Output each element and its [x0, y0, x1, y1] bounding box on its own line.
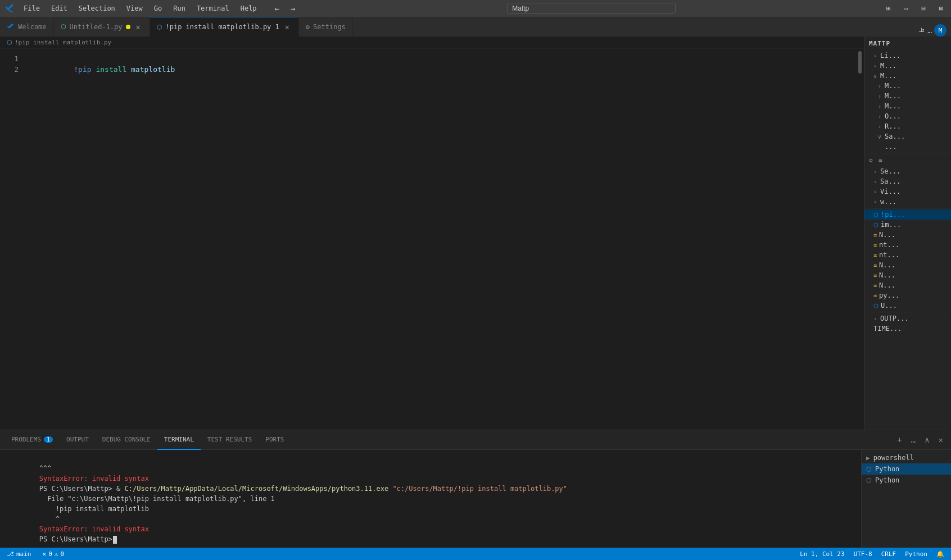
outline-m4[interactable]: › M...: [864, 91, 951, 101]
tab-ports[interactable]: PORTS: [259, 430, 291, 450]
outline-im[interactable]: ⬡ im...: [864, 220, 951, 230]
terminal-content[interactable]: ^^^ SyntaxError: invalid syntax PS C:\Us…: [0, 450, 861, 548]
status-errors[interactable]: ✕ 0 ⚠ 0: [40, 550, 67, 558]
list-icon2: ≡: [873, 232, 877, 238]
code-content[interactable]: !pip install matplotlib: [25, 49, 856, 430]
outline-sa-expanded[interactable]: ∨ Sa...: [864, 131, 951, 142]
list-icon6: ≡: [873, 272, 877, 279]
outline-m4-label: M...: [885, 92, 901, 100]
code-editor[interactable]: 1 2 !pip install matplotlib: [0, 49, 864, 430]
tab-close-button[interactable]: ✕: [134, 22, 143, 31]
tab-pip[interactable]: ⬡ !pip install matplotlib.py 1 ✕: [150, 17, 299, 37]
session-python1[interactable]: ⬡ Python: [862, 463, 951, 475]
outline-se[interactable]: › Se...: [864, 166, 951, 176]
outline-m5[interactable]: › M...: [864, 101, 951, 111]
chevron-right-icon8: ›: [873, 169, 877, 175]
menu-file[interactable]: File: [19, 3, 44, 13]
tab-welcome[interactable]: Welcome: [0, 17, 54, 37]
list-icon7: ≡: [873, 283, 877, 289]
status-line-ending[interactable]: CRLF: [879, 550, 899, 558]
tab-problems[interactable]: PROBLEMS 1: [4, 430, 60, 450]
scrollbar-thumb: [858, 51, 862, 74]
terminal-line-error2: SyntaxError: invalid syntax: [7, 514, 854, 524]
avatar-icon[interactable]: M: [934, 24, 947, 37]
tab-pip-close-button[interactable]: ✕: [283, 22, 292, 31]
outline-outp[interactable]: › OUTP...: [864, 313, 951, 324]
outline-n1[interactable]: ≡ N...: [864, 230, 951, 240]
panel-more-button[interactable]: …: [908, 434, 919, 445]
error-text-1: SyntaxError: invalid syntax: [39, 475, 149, 482]
outline-py[interactable]: ≡ py...: [864, 290, 951, 301]
titlebar: File Edit Selection View Go Run Terminal…: [0, 0, 951, 17]
tab-output[interactable]: OUTPUT: [60, 430, 96, 450]
session-python2-label: Python: [875, 476, 899, 484]
debug-label: DEBUG CONSOLE: [102, 436, 151, 443]
line-number-1: 1: [0, 53, 25, 64]
menu-selection[interactable]: Selection: [74, 3, 120, 13]
outline-m1[interactable]: › M...: [864, 61, 951, 71]
menu-terminal[interactable]: Terminal: [192, 3, 234, 13]
outline-n4[interactable]: ≡ N...: [864, 280, 951, 290]
outline-n2[interactable]: ≡ N...: [864, 260, 951, 270]
outline-nt1[interactable]: ≡ nt...: [864, 240, 951, 250]
bottom-tabs-bar: PROBLEMS 1 OUTPUT DEBUG CONSOLE TERMINAL…: [0, 430, 951, 450]
layout3-icon[interactable]: ⊟: [918, 3, 929, 13]
status-branch[interactable]: ⎇ main: [4, 550, 34, 558]
outline-r[interactable]: › R...: [864, 121, 951, 131]
tab-test-results[interactable]: TEST RESULTS: [201, 430, 259, 450]
menu-edit[interactable]: Edit: [47, 3, 72, 13]
outline-m2-label: M...: [880, 72, 896, 80]
outline-sa-child[interactable]: ...: [864, 142, 951, 152]
outline-w[interactable]: › w...: [864, 197, 951, 207]
outline-nt2[interactable]: ≡ nt...: [864, 250, 951, 260]
status-encoding[interactable]: UTF-8: [852, 550, 875, 558]
terminal-label: TERMINAL: [164, 436, 194, 443]
line-numbers: 1 2: [0, 49, 25, 430]
more-actions-icon[interactable]: …: [927, 26, 932, 35]
nav-arrows: ← →: [270, 2, 300, 15]
chevron-right-icon2: ›: [873, 63, 877, 69]
editor-scrollbar[interactable]: [856, 49, 864, 430]
status-position[interactable]: Ln 1, Col 23: [798, 550, 846, 558]
add-terminal-button[interactable]: +: [894, 434, 905, 445]
tab-settings[interactable]: ⚙ Settings: [299, 17, 353, 37]
menu-help[interactable]: Help: [236, 3, 261, 13]
outline-m2-expanded[interactable]: ∨ M...: [864, 71, 951, 81]
session-powershell[interactable]: ▶ powershell: [862, 452, 951, 463]
tab-untitled[interactable]: ⬡ Untitled-1.py ✕: [54, 17, 150, 37]
nav-forward-button[interactable]: →: [286, 2, 300, 15]
panel-close-button[interactable]: ✕: [935, 434, 947, 445]
outline-u[interactable]: ⬡ U...: [864, 301, 951, 311]
menu-go[interactable]: Go: [150, 3, 166, 13]
nav-back-button[interactable]: ←: [270, 2, 284, 15]
outline-vi[interactable]: › Vi...: [864, 186, 951, 197]
layout2-icon[interactable]: ▭: [900, 3, 911, 13]
outline-pip-active[interactable]: ⬡ !pi...: [864, 210, 951, 220]
outline-li[interactable]: › Li...: [864, 51, 951, 61]
layout-icon[interactable]: ⊞: [883, 3, 894, 13]
menu-view[interactable]: View: [122, 3, 147, 13]
outline-n3[interactable]: ≡ N...: [864, 270, 951, 280]
tab-terminal[interactable]: TERMINAL: [157, 430, 201, 450]
panel-chevron-up-icon[interactable]: ∧: [921, 434, 932, 445]
search-input[interactable]: [507, 3, 676, 14]
session-python2[interactable]: ⬡ Python: [862, 475, 951, 486]
tab-debug[interactable]: DEBUG CONSOLE: [96, 430, 157, 450]
status-language[interactable]: Python: [903, 550, 930, 558]
search-area: [304, 3, 878, 14]
split-editor-icon[interactable]: ⫡: [918, 26, 925, 35]
status-notification-icon[interactable]: 🔔: [934, 550, 947, 558]
chevron-right-icon3: ›: [878, 83, 881, 89]
chevron-right-icon11: ›: [873, 199, 877, 205]
outline-o[interactable]: › O...: [864, 111, 951, 121]
outline-m3[interactable]: › M...: [864, 81, 951, 91]
ps-prompt: PS C:\Users\Mattp>: [39, 485, 116, 493]
outline-sa2[interactable]: › Sa...: [864, 176, 951, 186]
menu-run[interactable]: Run: [169, 3, 190, 13]
outline-w-label: w...: [880, 198, 896, 206]
right-panel-header: MATTP: [864, 37, 951, 51]
main-area: ⬡ !pip install matplotlib.py 1 2 !pip in…: [0, 37, 951, 430]
outline-time[interactable]: TIME...: [864, 324, 951, 334]
layout4-icon[interactable]: ⊠: [936, 3, 947, 13]
chevron-down-icon2: ∨: [878, 134, 881, 140]
